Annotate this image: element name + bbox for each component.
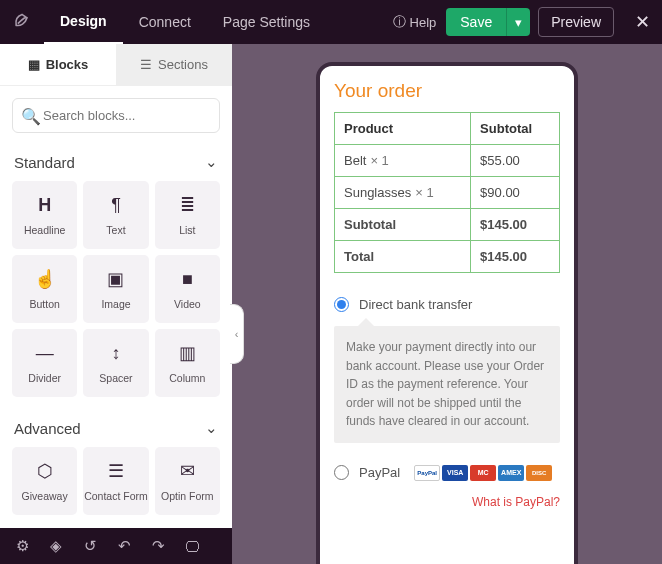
- blocks-icon: ▦: [28, 57, 40, 72]
- block-label: Column: [169, 372, 205, 384]
- tab-blocks[interactable]: ▦Blocks: [0, 44, 116, 85]
- undo-button[interactable]: ↶: [110, 532, 138, 560]
- tab-sections[interactable]: ☰Sections: [116, 44, 232, 85]
- block-text[interactable]: ¶Text: [83, 181, 148, 249]
- layers-icon: ◈: [50, 537, 62, 555]
- history-icon: ↺: [84, 537, 97, 555]
- label-bank: Direct bank transfer: [359, 297, 472, 312]
- help-link[interactable]: ⓘ Help: [393, 13, 437, 31]
- block-column[interactable]: ▥Column: [155, 329, 220, 397]
- preview-button[interactable]: Preview: [538, 7, 614, 37]
- nav-page-settings[interactable]: Page Settings: [207, 0, 326, 44]
- list-icon: ≣: [180, 194, 195, 216]
- layers-button[interactable]: ◈: [42, 532, 70, 560]
- block-label: Contact Form: [84, 490, 148, 502]
- group-advanced-title: Advanced: [14, 420, 81, 437]
- cell-product: Belt× 1: [335, 145, 471, 177]
- radio-bank[interactable]: [334, 297, 349, 312]
- block-button[interactable]: ☝Button: [12, 255, 77, 323]
- video-icon: ■: [182, 269, 193, 290]
- group-advanced-header[interactable]: Advanced ⌄: [12, 413, 220, 447]
- search-input[interactable]: [12, 98, 220, 133]
- discover-icon: DISC: [526, 465, 552, 481]
- product-name: Sunglasses: [344, 185, 411, 200]
- group-standard-header[interactable]: Standard ⌄: [12, 147, 220, 181]
- cell-product: Sunglasses× 1: [335, 177, 471, 209]
- order-title: Your order: [334, 80, 560, 102]
- payment-option-bank[interactable]: Direct bank transfer: [334, 293, 560, 316]
- block-label: Giveaway: [22, 490, 68, 502]
- row-subtotal: Subtotal $145.00: [335, 209, 560, 241]
- tab-sections-label: Sections: [158, 57, 208, 72]
- product-qty: × 1: [415, 185, 433, 200]
- table-header-row: Product Subtotal: [335, 113, 560, 145]
- block-image[interactable]: ▣Image: [83, 255, 148, 323]
- block-spacer[interactable]: ↕Spacer: [83, 329, 148, 397]
- save-dropdown[interactable]: ▾: [506, 8, 530, 36]
- chevron-down-icon: ⌄: [205, 419, 218, 437]
- preview-frame: Your order Product Subtotal Belt× 1 $55.…: [316, 62, 578, 564]
- canvas: Your order Product Subtotal Belt× 1 $55.…: [232, 44, 662, 564]
- product-name: Belt: [344, 153, 366, 168]
- what-is-paypal-link[interactable]: What is PayPal?: [334, 495, 560, 509]
- desktop-icon: 🖵: [185, 538, 200, 555]
- device-button[interactable]: 🖵: [178, 532, 206, 560]
- block-label: Optin Form: [161, 490, 214, 502]
- block-label: Divider: [28, 372, 61, 384]
- payment-methods: Direct bank transfer Make your payment d…: [334, 293, 560, 509]
- row-total: Total $145.00: [335, 241, 560, 273]
- subtotal-amount: $145.00: [471, 209, 560, 241]
- block-giveaway[interactable]: ⬡Giveaway: [12, 447, 77, 515]
- history-button[interactable]: ↺: [76, 532, 104, 560]
- workspace: ▦Blocks ☰Sections 🔍 Standard ⌄ HHeadline…: [0, 44, 662, 564]
- nav-connect[interactable]: Connect: [123, 0, 207, 44]
- tab-blocks-label: Blocks: [46, 57, 89, 72]
- close-button[interactable]: ✕: [622, 2, 662, 42]
- paypal-icon: PayPal: [414, 465, 440, 481]
- block-contact-form[interactable]: ☰Contact Form: [83, 447, 148, 515]
- block-divider[interactable]: —Divider: [12, 329, 77, 397]
- divider-icon: —: [36, 343, 54, 364]
- form-icon: ☰: [108, 460, 124, 482]
- block-video[interactable]: ■Video: [155, 255, 220, 323]
- order-table: Product Subtotal Belt× 1 $55.00 Sunglass…: [334, 112, 560, 273]
- top-nav: Design Connect Page Settings: [44, 0, 326, 44]
- save-button[interactable]: Save: [446, 8, 506, 36]
- block-optin-form[interactable]: ✉Optin Form: [155, 447, 220, 515]
- chevron-down-icon: ⌄: [205, 153, 218, 171]
- bank-description: Make your payment directly into our bank…: [334, 326, 560, 443]
- sidebar-collapse-handle[interactable]: ‹: [230, 304, 244, 364]
- text-icon: ¶: [111, 195, 121, 216]
- total-label: Total: [335, 241, 471, 273]
- col-product: Product: [335, 113, 471, 145]
- sidebar-tabs: ▦Blocks ☰Sections: [0, 44, 232, 86]
- search-wrap: 🔍: [12, 98, 220, 133]
- nav-design[interactable]: Design: [44, 0, 123, 44]
- spacer-icon: ↕: [111, 343, 120, 364]
- total-amount: $145.00: [471, 241, 560, 273]
- gear-icon: ⚙: [16, 537, 29, 555]
- grid-standard: HHeadline ¶Text ≣List ☝Button ▣Image ■Vi…: [12, 181, 220, 397]
- radio-paypal[interactable]: [334, 465, 349, 480]
- chevron-left-icon: ‹: [235, 328, 239, 340]
- subtotal-label: Subtotal: [335, 209, 471, 241]
- settings-button[interactable]: ⚙: [8, 532, 36, 560]
- block-headline[interactable]: HHeadline: [12, 181, 77, 249]
- block-label: Video: [174, 298, 201, 310]
- close-icon: ✕: [635, 12, 650, 32]
- payment-option-paypal[interactable]: PayPal PayPal VISA MC AMEX DISC: [334, 461, 560, 485]
- block-label: Spacer: [99, 372, 132, 384]
- sidebar-scroll[interactable]: 🔍 Standard ⌄ HHeadline ¶Text ≣List ☝Butt…: [0, 86, 232, 528]
- column-icon: ▥: [179, 342, 196, 364]
- block-label: List: [179, 224, 195, 236]
- mail-icon: ✉: [180, 460, 195, 482]
- mastercard-icon: MC: [470, 465, 496, 481]
- block-label: Headline: [24, 224, 65, 236]
- redo-button[interactable]: ↷: [144, 532, 172, 560]
- redo-icon: ↷: [152, 537, 165, 555]
- amex-icon: AMEX: [498, 465, 524, 481]
- undo-icon: ↶: [118, 537, 131, 555]
- group-standard-title: Standard: [14, 154, 75, 171]
- block-list[interactable]: ≣List: [155, 181, 220, 249]
- visa-icon: VISA: [442, 465, 468, 481]
